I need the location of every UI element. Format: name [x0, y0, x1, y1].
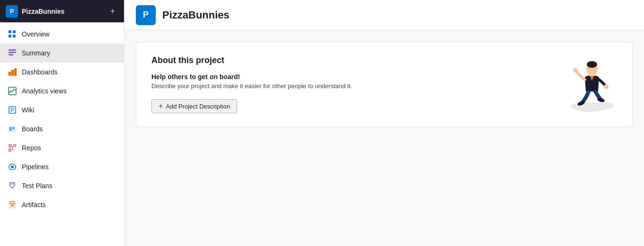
sidebar-item-summary[interactable]: Summary: [0, 44, 124, 63]
content-area: About this project Help others to get on…: [124, 30, 644, 246]
sidebar-item-wiki[interactable]: Wiki: [0, 100, 124, 119]
sidebar-item-summary-label: Summary: [22, 49, 50, 57]
sidebar-item-wiki-label: Wiki: [22, 106, 34, 114]
sidebar-item-testplans[interactable]: Test Plans: [0, 176, 124, 195]
svg-point-18: [9, 149, 11, 152]
main-content: P PizzaBunnies About this project Help o…: [124, 0, 644, 246]
sidebar-item-pipelines-label: Pipelines: [22, 163, 49, 171]
sidebar-project-name: PizzaBunnies: [22, 8, 103, 15]
add-project-description-label: Add Project Description: [166, 103, 230, 110]
svg-point-17: [9, 145, 11, 147]
sidebar-item-pipelines[interactable]: Pipelines: [0, 157, 124, 176]
page-title: PizzaBunnies: [162, 9, 229, 21]
svg-rect-4: [9, 49, 16, 51]
svg-rect-8: [11, 70, 14, 76]
sidebar-item-dashboards-label: Dashboards: [22, 68, 58, 76]
sidebar-item-artifacts-label: Artifacts: [22, 201, 46, 209]
sidebar-item-repos-label: Repos: [22, 144, 41, 152]
sidebar-item-overview[interactable]: Overview: [0, 25, 124, 44]
svg-rect-15: [9, 127, 11, 131]
svg-rect-0: [9, 30, 11, 33]
add-project-description-button[interactable]: + Add Project Description: [151, 99, 237, 113]
svg-rect-24: [10, 201, 14, 204]
sidebar-item-analytics-label: Analytics views: [22, 87, 67, 95]
svg-point-32: [573, 68, 578, 73]
svg-rect-9: [14, 68, 17, 76]
dashboards-icon: [8, 67, 17, 77]
sidebar-project-icon: P: [6, 5, 18, 18]
sidebar-item-repos[interactable]: Repos: [0, 138, 124, 157]
svg-rect-7: [9, 72, 11, 76]
svg-point-31: [587, 61, 597, 68]
summary-icon: [8, 48, 17, 58]
sidebar-item-artifacts[interactable]: Artifacts: [0, 195, 124, 214]
svg-rect-2: [9, 35, 11, 37]
svg-point-19: [14, 145, 16, 147]
testplans-icon: [8, 181, 17, 191]
sidebar-item-boards[interactable]: Boards: [0, 119, 124, 138]
project-avatar: P: [136, 5, 156, 25]
svg-rect-5: [9, 52, 16, 53]
svg-rect-3: [13, 35, 16, 37]
svg-point-21: [11, 165, 14, 168]
artifacts-icon: [8, 200, 17, 210]
sidebar: P PizzaBunnies + Overview: [0, 0, 124, 246]
sidebar-nav: Overview Summary Dashboard: [0, 23, 124, 246]
sidebar-header: P PizzaBunnies +: [0, 0, 124, 23]
sidebar-item-testplans-label: Test Plans: [22, 182, 53, 190]
sidebar-item-analytics[interactable]: Analytics views: [0, 82, 124, 100]
svg-point-33: [604, 84, 609, 89]
svg-rect-1: [13, 30, 16, 33]
about-project-card: About this project Help others to get on…: [136, 42, 633, 127]
pipelines-icon: [8, 162, 17, 172]
main-header: P PizzaBunnies: [124, 0, 644, 30]
boards-icon: [8, 124, 17, 134]
wiki-icon: [8, 105, 17, 115]
running-man-illustration: [538, 56, 613, 113]
repos-icon: [8, 143, 17, 153]
sidebar-item-overview-label: Overview: [22, 30, 49, 38]
svg-rect-6: [9, 54, 13, 55]
plus-icon: +: [159, 102, 163, 110]
svg-rect-16: [12, 127, 14, 129]
sidebar-item-dashboards[interactable]: Dashboards: [0, 63, 124, 82]
analytics-icon: [8, 86, 17, 96]
overview-icon: [8, 29, 17, 39]
add-project-button[interactable]: +: [107, 6, 118, 17]
svg-point-28: [594, 102, 613, 109]
sidebar-item-boards-label: Boards: [22, 125, 43, 133]
